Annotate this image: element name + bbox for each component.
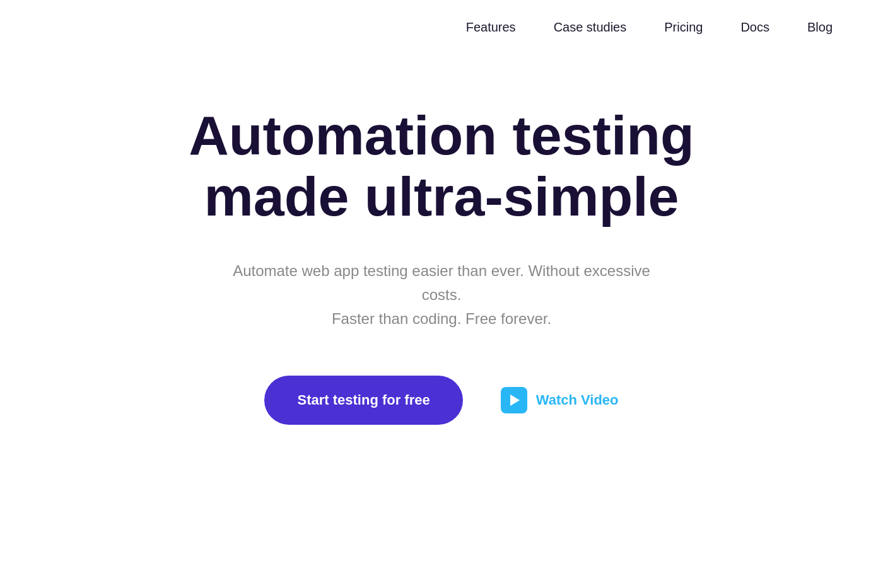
nav-link-docs[interactable]: Docs bbox=[740, 20, 769, 35]
watch-video-button[interactable]: Watch Video bbox=[501, 387, 619, 413]
watch-video-label: Watch Video bbox=[536, 392, 619, 408]
hero-title: Automation testing made ultra-simple bbox=[189, 105, 694, 228]
play-icon bbox=[501, 387, 527, 413]
nav-links-container: Features Case studies Pricing Docs Blog bbox=[0, 0, 883, 55]
nav-link-blog[interactable]: Blog bbox=[807, 20, 833, 35]
hero-title-line2: made ultra-simple bbox=[204, 165, 679, 228]
hero-subtitle-line2: Faster than coding. Free forever. bbox=[332, 310, 551, 327]
nav-link-features[interactable]: Features bbox=[466, 20, 516, 35]
start-testing-button[interactable]: Start testing for free bbox=[264, 376, 462, 425]
main-nav: Features Case studies Pricing Docs Blog bbox=[0, 0, 883, 55]
hero-section: Automation testing made ultra-simple Aut… bbox=[0, 55, 883, 463]
nav-link-case-studies[interactable]: Case studies bbox=[554, 20, 627, 35]
hero-subtitle: Automate web app testing easier than eve… bbox=[221, 259, 662, 331]
cta-group: Start testing for free Watch Video bbox=[264, 376, 618, 425]
hero-subtitle-line1: Automate web app testing easier than eve… bbox=[233, 262, 650, 303]
hero-title-line1: Automation testing bbox=[189, 104, 694, 166]
nav-link-pricing[interactable]: Pricing bbox=[664, 20, 703, 35]
